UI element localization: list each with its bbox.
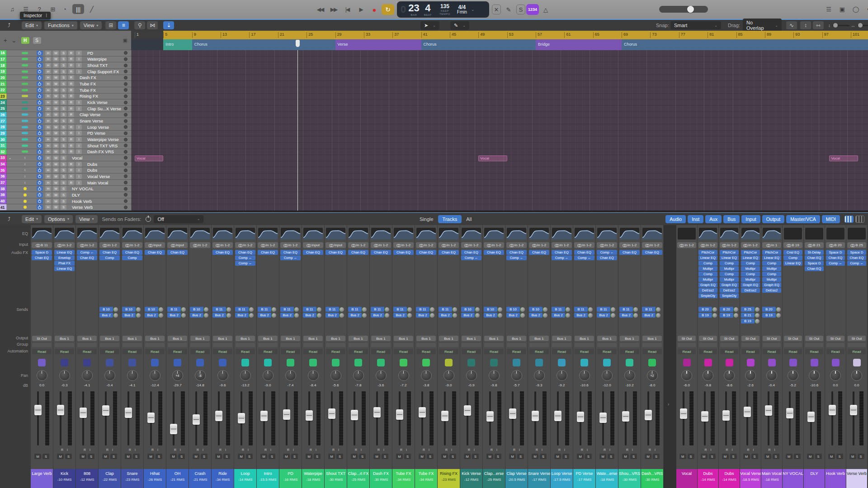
- record-enable-dot[interactable]: [124, 107, 127, 110]
- input-slot[interactable]: In 1-2: [574, 242, 594, 248]
- track-on-off-button[interactable]: [37, 69, 43, 74]
- track-row[interactable]: 35IHMSRIDubs: [0, 167, 131, 174]
- track-s-button[interactable]: S: [61, 69, 66, 74]
- input-slot[interactable]: In 1-2: [677, 242, 696, 248]
- eq-thumbnail[interactable]: [371, 228, 391, 239]
- input-slot[interactable]: In 1-2: [439, 242, 459, 248]
- input-monitor-button[interactable]: I: [496, 448, 497, 453]
- fx-plugin-slot[interactable]: Space D: [32, 250, 52, 255]
- horizontal-zoom-slider[interactable]: ↔: [851, 23, 868, 28]
- record-button[interactable]: R: [768, 448, 770, 453]
- automation-mode[interactable]: Read: [462, 349, 481, 354]
- fx-plugin-slot[interactable]: Graph EQ: [698, 282, 717, 287]
- group-slot[interactable]: [741, 343, 760, 347]
- playhead-pin[interactable]: [296, 40, 300, 47]
- send-slot[interactable]: B 11: [574, 307, 588, 312]
- fx-plugin-slot[interactable]: Chan EQ: [805, 255, 824, 260]
- send-knob[interactable]: [588, 313, 593, 318]
- track-m-button[interactable]: M: [53, 162, 59, 167]
- track-on-off-button[interactable]: [37, 155, 43, 160]
- track-name[interactable]: DLY: [72, 192, 80, 197]
- track-h-button[interactable]: H: [45, 88, 51, 93]
- group-slot[interactable]: [32, 343, 52, 347]
- channel-strip[interactable]: In 1-2Linear EQEnvelopPhat FXLinear EQBu…: [53, 225, 76, 488]
- eq-thumbnail[interactable]: [552, 228, 571, 239]
- track-on-off-button[interactable]: [37, 118, 43, 123]
- output-slot[interactable]: St Out: [848, 336, 866, 341]
- fx-plugin-slot[interactable]: Envelop: [54, 255, 75, 260]
- strip-view-icon[interactable]: [844, 216, 854, 223]
- track-r-button[interactable]: R: [68, 112, 74, 117]
- track-name[interactable]: Waterpipe: [87, 56, 107, 61]
- send-knob[interactable]: [712, 313, 717, 318]
- solo-button[interactable]: S: [336, 454, 343, 459]
- solo-button[interactable]: S: [201, 454, 208, 459]
- eq-thumbnail[interactable]: [55, 228, 74, 239]
- fader-cap[interactable]: [807, 412, 815, 422]
- track-row[interactable]: 21HMSRTube FX: [0, 81, 131, 87]
- fx-plugin-slot[interactable]: Chan EQ: [167, 250, 188, 255]
- record-enable-dot[interactable]: [124, 169, 127, 172]
- record-enable-dot[interactable]: [124, 174, 127, 178]
- send-knob[interactable]: [453, 307, 457, 312]
- record-enable-dot[interactable]: [124, 199, 127, 203]
- record-enable-dot[interactable]: [124, 162, 127, 166]
- fader-cap[interactable]: [396, 409, 403, 420]
- send-slot[interactable]: B 10: [506, 307, 520, 312]
- tracks-view-icon[interactable]: ≡: [118, 21, 129, 29]
- record-button[interactable]: R: [747, 448, 749, 453]
- input-slot[interactable]: B 20: [826, 242, 845, 248]
- mute-button[interactable]: M: [441, 454, 448, 459]
- mute-button[interactable]: M: [373, 454, 380, 459]
- automation-mode[interactable]: Read: [805, 349, 823, 354]
- pan-knob[interactable]: [421, 370, 432, 381]
- fx-plugin-slot[interactable]: Chan EQ: [461, 250, 481, 255]
- record-button[interactable]: R: [355, 448, 357, 453]
- record-enable-dot[interactable]: [124, 144, 127, 147]
- track-h-button[interactable]: H: [45, 199, 51, 204]
- solo-button[interactable]: S: [269, 454, 275, 459]
- send-knob[interactable]: [272, 313, 276, 318]
- group-slot[interactable]: [462, 343, 481, 347]
- track-row[interactable]: 22HMSRTube FX: [0, 87, 131, 94]
- mute-button[interactable]: M: [80, 454, 86, 459]
- input-monitor-button[interactable]: I: [270, 448, 271, 453]
- solo-button[interactable]: S: [688, 454, 694, 459]
- send-slot[interactable]: B 19: [720, 313, 733, 318]
- send-slot[interactable]: Bus 2: [642, 313, 656, 318]
- record-enable-dot[interactable]: [124, 206, 127, 209]
- automation-mode[interactable]: Read: [620, 349, 639, 354]
- track-name[interactable]: Shout TXT: [87, 63, 108, 68]
- eq-thumbnail[interactable]: [848, 228, 866, 239]
- channel-name-plate[interactable]: Loop-14 RMS: [234, 469, 256, 488]
- output-slot[interactable]: Bus 1: [326, 336, 345, 341]
- solo-button[interactable]: S: [472, 454, 479, 459]
- fx-plugin-slot[interactable]: Graph EQ: [741, 282, 760, 287]
- channel-name-plate[interactable]: 808-12 RMS: [76, 469, 98, 488]
- sends-on-faders-power-icon[interactable]: [146, 216, 151, 222]
- solo-button[interactable]: S: [110, 454, 117, 459]
- filter-inst[interactable]: Inst: [688, 215, 703, 223]
- record-button[interactable]: R: [445, 448, 448, 453]
- mute-button[interactable]: M: [170, 454, 177, 459]
- hide-tracks-button[interactable]: H: [21, 37, 29, 44]
- send-slot[interactable]: B 10: [145, 307, 158, 312]
- send-knob[interactable]: [566, 313, 570, 318]
- automation-mode[interactable]: Read: [597, 349, 617, 354]
- fx-plugin-slot[interactable]: Graph EQ: [762, 282, 781, 287]
- track-on-off-button[interactable]: [37, 112, 43, 117]
- mute-button[interactable]: M: [679, 454, 686, 459]
- record-enable-dot[interactable]: [124, 131, 127, 135]
- fx-plugin-slot[interactable]: Chan EQ: [642, 250, 662, 255]
- send-slot[interactable]: Bus 2: [484, 313, 497, 318]
- track-s-button[interactable]: S: [61, 56, 66, 61]
- output-slot[interactable]: St Out: [32, 336, 52, 341]
- send-knob[interactable]: [181, 307, 186, 312]
- solo-button[interactable]: S: [223, 454, 230, 459]
- automation-mode[interactable]: Read: [371, 349, 391, 354]
- track-h-button[interactable]: H: [45, 180, 51, 185]
- track-m-button[interactable]: M: [53, 137, 59, 142]
- track-h-button[interactable]: H: [45, 168, 51, 173]
- group-slot[interactable]: [416, 343, 436, 347]
- fx-plugin-slot[interactable]: Chan EQ: [99, 250, 120, 255]
